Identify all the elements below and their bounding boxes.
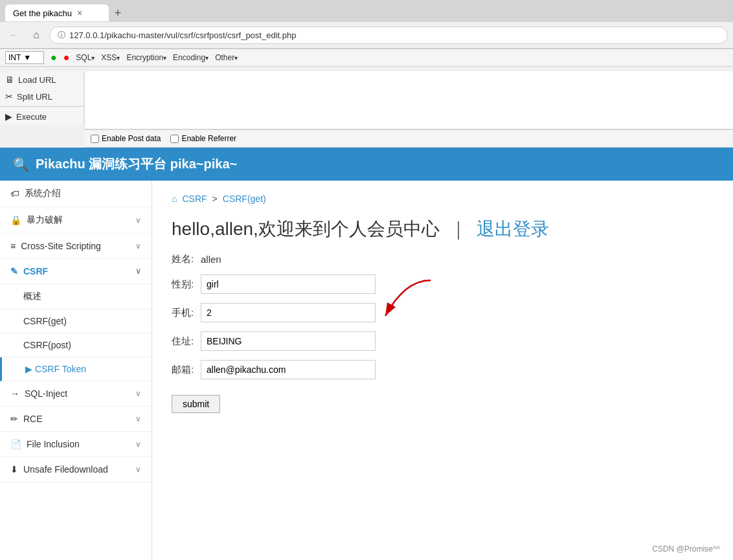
chevron-sql-icon: ∨	[135, 389, 141, 398]
rce-nav-icon: ✏	[10, 414, 18, 424]
sidebar: 🏷 系统介绍 🔒 暴力破解 ∨ ≡ Cross-Site Scripting ∨…	[0, 181, 152, 560]
enable-referrer-checkbox[interactable]	[170, 135, 179, 143]
pikachu-title: Pikachu 漏洞练习平台 pika~pika~	[36, 155, 237, 173]
split-url-button[interactable]: ✂ Split URL	[0, 88, 84, 105]
chevron-bruteforce-icon: ∨	[135, 216, 141, 225]
sex-label: 性别:	[172, 278, 201, 291]
chevron-xss-icon: ∨	[135, 241, 141, 251]
load-url-icon: 🖥	[5, 74, 14, 85]
sex-input[interactable]	[201, 274, 376, 294]
sidebar-subitem-csrf-get[interactable]: CSRF(get)	[0, 309, 152, 333]
download-nav-icon: ⬇	[10, 464, 18, 475]
address-input[interactable]	[201, 331, 376, 351]
email-field-row: 邮箱:	[172, 360, 714, 379]
sql-menu[interactable]: SQL▾	[76, 53, 95, 62]
name-value: allen	[201, 254, 221, 265]
phone-field-row: 手机:	[172, 303, 714, 322]
sidebar-subitem-csrf-token[interactable]: ▶ CSRF Token	[0, 357, 152, 381]
logout-link[interactable]: 退出登录	[477, 217, 549, 241]
post-bar: Enable Post data Enable Referrer	[84, 129, 733, 148]
csrf-token-arrow-icon: ▶	[25, 364, 35, 374]
chevron-download-icon: ∨	[135, 465, 141, 474]
back-button[interactable]: ←	[5, 26, 23, 44]
sidebar-subitem-overview[interactable]: 概述	[0, 284, 152, 309]
sidebar-item-xss[interactable]: ≡ Cross-Site Scripting ∨	[0, 234, 152, 259]
sidebar-item-intro[interactable]: 🏷 系统介绍	[0, 181, 152, 207]
page-content: ⌂ CSRF > CSRF(get) hello,allen,欢迎来到个人会员中…	[152, 181, 733, 560]
pikachu-header: 🔍 Pikachu 漏洞练习平台 pika~pika~	[0, 148, 733, 181]
phone-label: 手机:	[172, 307, 201, 319]
sex-field-row: 性别:	[172, 274, 714, 294]
breadcrumb-csrf: CSRF	[182, 194, 207, 204]
url-textarea[interactable]	[85, 71, 733, 117]
tab-close-button[interactable]: ×	[77, 8, 82, 18]
home-icon: ⌂	[33, 29, 39, 41]
footer: CSDN @Promise^^	[652, 544, 720, 554]
sidebar-item-rce[interactable]: ✏ RCE ∨	[0, 407, 152, 432]
chevron-file-icon: ∨	[135, 440, 141, 449]
pikachu-icon: 🔍	[13, 157, 29, 172]
dropdown-arrow-icon: ▼	[23, 53, 31, 62]
file-nav-icon: 📄	[10, 439, 21, 449]
lock-icon: ⓘ	[58, 30, 65, 41]
main-wrapper: 🔍 Pikachu 漏洞练习平台 pika~pika~ 🏷 系统介绍 🔒 暴力破…	[0, 148, 733, 560]
split-url-icon: ✂	[5, 91, 13, 102]
xss-nav-icon: ≡	[10, 241, 16, 251]
sidebar-item-filedownload[interactable]: ⬇ Unsafe Filedownload ∨	[0, 457, 152, 482]
title-separator: ｜	[449, 217, 467, 241]
lock-nav-icon: 🔒	[10, 215, 21, 225]
breadcrumb: ⌂ CSRF > CSRF(get)	[172, 194, 714, 204]
green-dot-icon: ●	[51, 52, 57, 63]
xss-menu[interactable]: XSS▾	[101, 53, 120, 62]
chevron-rce-icon: ∨	[135, 414, 141, 423]
url-input-area	[84, 71, 733, 129]
tab-title: Get the pikachu	[13, 8, 72, 18]
sidebar-item-csrf[interactable]: ✎ CSRF ∨	[0, 259, 152, 284]
address-text: 127.0.0.1/pikachu-master/vul/csrf/csrfpo…	[69, 30, 296, 40]
breadcrumb-home-icon: ⌂	[172, 194, 177, 204]
home-button[interactable]: ⌂	[27, 26, 45, 44]
phone-input[interactable]	[201, 303, 376, 322]
address-bar[interactable]: ⓘ 127.0.0.1/pikachu-master/vul/csrf/csrf…	[49, 27, 728, 44]
address-field-row: 住址:	[172, 331, 714, 351]
sidebar-item-fileinclusion[interactable]: 📄 File Inclusion ∨	[0, 432, 152, 457]
toolbar: INT ▼ ● ● SQL▾ XSS▾ Encryption▾ Encoding…	[0, 49, 733, 67]
encryption-menu[interactable]: Encryption▾	[126, 53, 166, 62]
enable-referrer-label[interactable]: Enable Referrer	[170, 134, 236, 143]
int-dropdown[interactable]: INT ▼	[5, 51, 44, 64]
email-input[interactable]	[201, 360, 376, 379]
execute-icon: ▶	[5, 111, 12, 122]
other-menu[interactable]: Other▾	[215, 53, 238, 62]
side-panel: 🖥 Load URL ✂ Split URL ▶ Execute	[0, 71, 84, 125]
enable-post-checkbox[interactable]	[91, 135, 99, 143]
back-arrow-icon: ←	[9, 29, 19, 41]
address-label: 住址:	[172, 335, 201, 348]
breadcrumb-current: CSRF(get)	[223, 194, 266, 204]
enable-post-label[interactable]: Enable Post data	[91, 134, 161, 143]
tag-icon: 🏷	[10, 188, 19, 199]
sidebar-subitem-csrf-post[interactable]: CSRF(post)	[0, 333, 152, 357]
email-label: 邮箱:	[172, 364, 201, 376]
submit-button[interactable]: submit	[172, 395, 220, 413]
chevron-csrf-icon: ∨	[135, 267, 141, 276]
footer-text: CSDN @Promise^^	[652, 544, 720, 554]
execute-button[interactable]: ▶ Execute	[0, 108, 84, 125]
csrf-nav-icon: ✎	[10, 266, 18, 276]
name-label: 姓名:	[172, 253, 201, 265]
title-text: hello,allen,欢迎来到个人会员中心	[172, 217, 440, 241]
encoding-menu[interactable]: Encoding▾	[173, 53, 209, 62]
sidebar-item-bruteforce[interactable]: 🔒 暴力破解 ∨	[0, 207, 152, 234]
content-area: 🏷 系统介绍 🔒 暴力破解 ∨ ≡ Cross-Site Scripting ∨…	[0, 181, 733, 560]
name-field-row: 姓名: allen	[172, 253, 714, 265]
load-url-button[interactable]: 🖥 Load URL	[0, 71, 84, 88]
int-label: INT	[8, 53, 21, 62]
page-title: hello,allen,欢迎来到个人会员中心 ｜ 退出登录	[172, 217, 714, 241]
breadcrumb-separator: >	[212, 194, 218, 204]
browser-tab[interactable]: Get the pikachu ×	[5, 5, 109, 21]
red-dot-icon: ●	[63, 52, 70, 63]
sidebar-item-sql[interactable]: → SQL-Inject ∨	[0, 381, 152, 407]
sql-nav-icon: →	[10, 388, 19, 399]
new-tab-button[interactable]: +	[109, 4, 127, 22]
